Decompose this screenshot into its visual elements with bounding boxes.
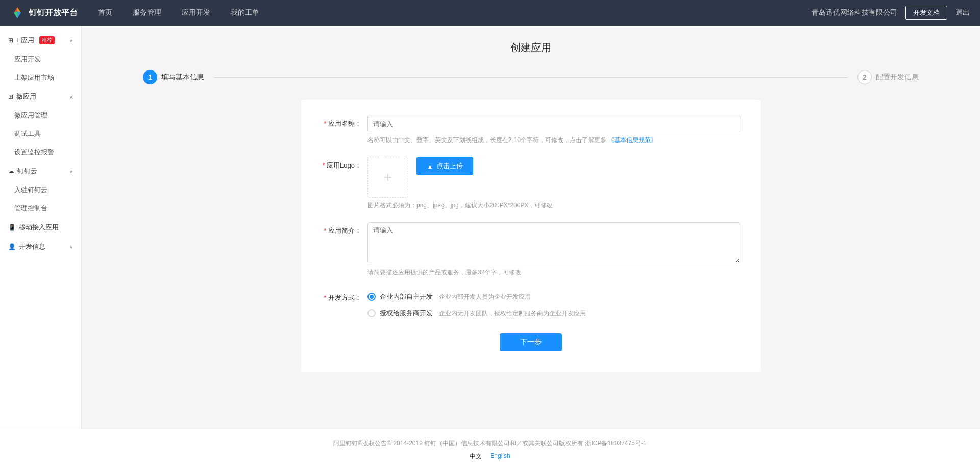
app-name-label: 应用名称： [322,115,368,128]
sidebar-section-mobile-label: 移动接入应用 [19,223,59,232]
sidebar-item-app-market[interactable]: 上架应用市场 [0,68,81,87]
steps-bar: 1 填写基本信息 2 配置开发信息 [112,70,949,84]
main-wrapper: ⊞ E应用 推荐 ∧ 应用开发 上架应用市场 ⊞ 微应用 ∧ 微应用管理 调试工… [0,26,980,429]
dingtalk-logo-icon [10,6,24,20]
sidebar-cloud-items: 入驻钉钉云 管理控制台 [0,181,81,218]
app-name-control: 名称可以由中文、数字、英文及下划线组成，长度在2-10个字符，可修改，点击了解更… [368,115,740,145]
logo-right: ▲ 点击上传 [416,157,473,175]
mobile-icon: 📱 [8,224,16,231]
eapp-badge: 推荐 [39,36,55,44]
dev-doc-button[interactable]: 开发文档 [905,6,947,20]
upload-icon: ▲ [427,162,433,170]
radio-authorized-circle [368,309,376,317]
logo-upload-area: + ▲ 点击上传 [368,157,740,198]
content-area: 创建应用 1 填写基本信息 2 配置开发信息 应用名称： 名称可以由中文、数字、… [82,26,980,429]
sidebar-section-devinfo-label: 开发信息 [19,242,45,251]
nav-app-dev[interactable]: 应用开发 [182,8,210,17]
logo-placeholder[interactable]: + [368,157,408,198]
nav-my-tasks[interactable]: 我的工单 [231,8,259,17]
app-desc-control: 请简要描述应用提供的产品或服务，最多32个字，可修改 [368,222,740,277]
logo: 钉钉开放平台 [10,6,78,20]
sidebar-section-eapp-label: E应用 [16,36,34,45]
footer: 阿里钉钉©版权公告© 2014-2019 钉钉（中国）信息技术有限公司和／或其关… [0,429,980,471]
app-name-row: 应用名称： 名称可以由中文、数字、英文及下划线组成，长度在2-10个字符，可修改… [322,115,740,145]
step-1: 1 填写基本信息 [143,70,204,84]
app-desc-row: 应用简介： 请简要描述应用提供的产品或服务，最多32个字，可修改 [322,222,740,277]
sidebar-item-microapp-mgmt[interactable]: 微应用管理 [0,106,81,125]
logo-hint: 图片格式必须为：png、jpeg、jpg，建议大小200PX*200PX，可修改 [368,201,740,210]
app-logo-control: + ▲ 点击上传 图片格式必须为：png、jpeg、jpg，建议大小200PX*… [368,157,740,210]
sidebar-eapp-items: 应用开发 上架应用市场 [0,50,81,87]
nav-right: 青岛迅优网络科技有限公司 开发文档 退出 [812,6,970,20]
radio-authorized[interactable]: 授权给服务商开发 企业内无开发团队，授权给定制服务商为企业开发应用 [368,309,740,318]
sidebar-item-app-dev[interactable]: 应用开发 [0,50,81,68]
next-button[interactable]: 下一步 [500,333,562,351]
microapp-chevron-icon: ∧ [69,94,73,100]
radio-internal-circle [368,293,376,301]
sidebar-section-mobile: 📱 移动接入应用 [0,218,81,237]
app-logo-row: 应用Logo： + ▲ 点击上传 图片格式必须为：png、jp [322,157,740,210]
top-navigation: 钉钉开放平台 首页 服务管理 应用开发 我的工单 青岛迅优网络科技有限公司 开发… [0,0,980,26]
logout-link[interactable]: 退出 [955,8,970,17]
sidebar-section-cloud-header[interactable]: ☁ 钉钉云 ∧ [0,161,81,181]
app-name-input[interactable] [368,115,740,132]
radio-internal-desc: 企业内部开发人员为企业开发应用 [439,293,531,301]
sidebar-section-devinfo-header[interactable]: 👤 开发信息 ∨ [0,237,81,256]
company-name: 青岛迅优网络科技有限公司 [812,8,897,17]
sidebar-item-mgmt-console[interactable]: 管理控制台 [0,199,81,218]
sidebar-section-eapp: ⊞ E应用 推荐 ∧ 应用开发 上架应用市场 [0,31,81,87]
footer-copyright: 阿里钉钉©版权公告© 2014-2019 钉钉（中国）信息技术有限公司和／或其关… [10,439,970,448]
sidebar-section-eapp-header[interactable]: ⊞ E应用 推荐 ∧ [0,31,81,50]
sidebar-item-join-cloud[interactable]: 入驻钉钉云 [0,181,81,199]
step-2-label: 配置开发信息 [876,73,919,82]
radio-internal-label: 企业内部自主开发 [380,292,433,301]
app-desc-label: 应用简介： [322,222,368,236]
radio-internal[interactable]: 企业内部自主开发 企业内部开发人员为企业开发应用 [368,292,740,301]
radio-authorized-label: 授权给服务商开发 [380,309,433,318]
page-title: 创建应用 [112,41,949,55]
sidebar-section-microapp: ⊞ 微应用 ∧ 微应用管理 调试工具 设置监控报警 [0,87,81,161]
eapp-chevron-icon: ∧ [69,38,73,43]
sidebar-section-cloud-label: 钉钉云 [17,167,37,176]
sidebar-section-cloud: ☁ 钉钉云 ∧ 入驻钉钉云 管理控制台 [0,161,81,218]
lang-zh-link[interactable]: 中文 [470,452,482,461]
logo-text: 钉钉开放平台 [29,8,78,18]
app-name-hint-link[interactable]: 《基本信息规范》 [608,136,657,144]
step-2-circle: 2 [857,70,872,84]
devinfo-chevron-icon: ∨ [69,244,73,250]
microapp-grid-icon: ⊞ [8,93,13,100]
footer-links: 中文 English [10,452,970,461]
sidebar-item-debug[interactable]: 调试工具 [0,125,81,143]
cloud-icon: ☁ [8,168,14,175]
next-btn-wrap: 下一步 [322,333,740,351]
dev-mode-control: 企业内部自主开发 企业内部开发人员为企业开发应用 授权给服务商开发 企业内无开发… [368,289,740,318]
lang-en-link[interactable]: English [490,452,510,461]
step-1-label: 填写基本信息 [161,73,204,82]
app-desc-hint: 请简要描述应用提供的产品或服务，最多32个字，可修改 [368,268,740,277]
logo-plus-icon: + [384,169,392,185]
sidebar-section-devinfo: 👤 开发信息 ∨ [0,237,81,256]
sidebar-section-microapp-header[interactable]: ⊞ 微应用 ∧ [0,87,81,106]
upload-button[interactable]: ▲ 点击上传 [416,157,473,175]
cloud-chevron-icon: ∧ [69,169,73,174]
nav-home[interactable]: 首页 [98,8,112,17]
sidebar-section-microapp-label: 微应用 [16,92,36,101]
sidebar-item-monitor[interactable]: 设置监控报警 [0,143,81,161]
devinfo-person-icon: 👤 [8,243,16,250]
radio-authorized-desc: 企业内无开发团队，授权给定制服务商为企业开发应用 [439,309,586,318]
sidebar: ⊞ E应用 推荐 ∧ 应用开发 上架应用市场 ⊞ 微应用 ∧ 微应用管理 调试工… [0,26,82,429]
sidebar-microapp-items: 微应用管理 调试工具 设置监控报警 [0,106,81,161]
step-2: 2 配置开发信息 [857,70,919,84]
step-line [214,77,847,78]
step-1-circle: 1 [143,70,157,84]
nav-service[interactable]: 服务管理 [133,8,161,17]
app-name-hint: 名称可以由中文、数字、英文及下划线组成，长度在2-10个字符，可修改，点击了解更… [368,135,740,145]
radio-group: 企业内部自主开发 企业内部开发人员为企业开发应用 授权给服务商开发 企业内无开发… [368,289,740,318]
form-card: 应用名称： 名称可以由中文、数字、英文及下划线组成，长度在2-10个字符，可修改… [301,100,761,372]
sidebar-section-mobile-header[interactable]: 📱 移动接入应用 [0,218,81,237]
eapp-grid-icon: ⊞ [8,37,13,44]
app-logo-label: 应用Logo： [322,157,368,170]
dev-mode-row: 开发方式： 企业内部自主开发 企业内部开发人员为企业开发应用 授权给服务商开发 [322,289,740,318]
dev-mode-label: 开发方式： [322,289,368,302]
app-desc-textarea[interactable] [368,222,740,263]
